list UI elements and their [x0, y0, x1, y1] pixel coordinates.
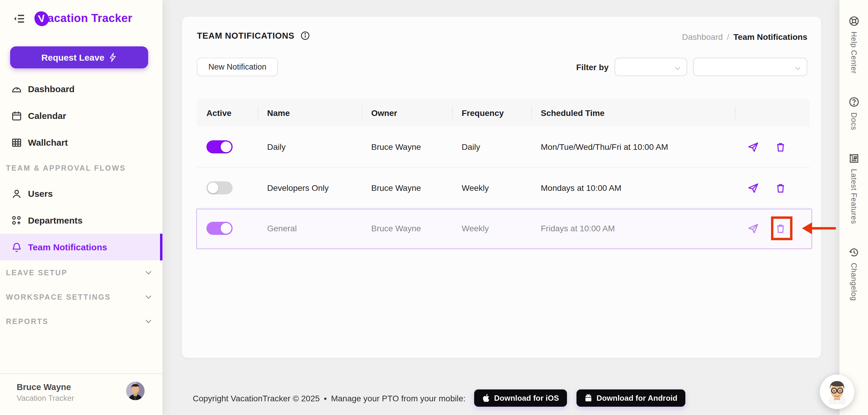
docs-link[interactable]: Docs: [848, 96, 859, 130]
request-leave-label: Request Leave: [41, 52, 104, 62]
sidebar: V acation Tracker Request Leave Dashboar…: [0, 0, 162, 415]
latest-features-link[interactable]: Latest Features: [848, 153, 859, 224]
grid-table-icon: [11, 137, 22, 148]
table-body: Daily Bruce Wayne Daily Mon/Tue/Wed/Thu/…: [197, 127, 810, 248]
section-team-approval-flows: TEAM & APPROVAL FLOWS: [0, 156, 162, 180]
table-row-general: General Bruce Wayne Weekly Fridays at 10…: [197, 208, 810, 248]
send-now-button[interactable]: [747, 222, 759, 234]
col-owner: Owner: [362, 99, 452, 127]
sidebar-top: V acation Tracker: [0, 0, 162, 37]
table-row-developers-only: Developers Only Bruce Wayne Weekly Monda…: [197, 167, 810, 208]
active-toggle[interactable]: [207, 181, 232, 194]
cell-frequency: Daily: [452, 142, 531, 152]
dashboard-gauge-icon: [11, 84, 22, 94]
sidebar-item-wallchart[interactable]: Wallchart: [0, 129, 162, 156]
team-notifications-card: TEAM NOTIFICATIONS Dashboard / Team Noti…: [182, 17, 821, 358]
download-android-button[interactable]: Download for Android: [576, 389, 685, 407]
utility-strip: Help Center Docs Latest Features Changel…: [839, 0, 868, 415]
sidebar-item-calendar[interactable]: Calendar: [0, 102, 162, 129]
chevron-down-icon: [794, 64, 801, 71]
calendar-icon: [11, 110, 22, 121]
page-title: TEAM NOTIFICATIONS: [197, 31, 294, 40]
copyright-text: Copyright VacationTracker © 2025: [193, 393, 320, 403]
apple-icon: [482, 393, 490, 403]
download-ios-button[interactable]: Download for iOS: [474, 389, 567, 407]
info-icon[interactable]: [301, 31, 310, 40]
cell-scheduled: Mondays at 10:00 AM: [531, 183, 735, 192]
filter-row: Filter by: [576, 58, 807, 76]
cell-owner: Bruce Wayne: [362, 223, 452, 233]
new-notification-button[interactable]: New Notification: [197, 58, 278, 76]
send-now-button[interactable]: [747, 182, 759, 194]
question-circle-icon: [848, 96, 859, 107]
col-scheduled-time: Scheduled Time: [531, 99, 735, 127]
request-leave-button[interactable]: Request Leave: [10, 46, 148, 68]
chevron-down-icon: [145, 269, 152, 277]
cell-scheduled: Fridays at 10:00 AM: [531, 223, 735, 233]
vacation-tracker-logo[interactable]: V acation Tracker: [34, 11, 132, 26]
cell-name: General: [258, 223, 362, 233]
notifications-table: Active Name Owner Frequency Scheduled Ti…: [197, 99, 810, 248]
delete-button[interactable]: [775, 182, 786, 194]
cell-owner: Bruce Wayne: [362, 142, 452, 152]
cell-name: Developers Only: [258, 183, 362, 192]
logo-text: acation Tracker: [48, 12, 132, 25]
filter-select-type[interactable]: [615, 58, 687, 76]
delete-button[interactable]: [775, 222, 786, 234]
cell-owner: Bruce Wayne: [362, 183, 452, 192]
bell-icon: [11, 242, 22, 252]
support-chat-avatar[interactable]: [820, 375, 854, 409]
changelog-link[interactable]: Changelog: [848, 247, 859, 301]
sidebar-item-users[interactable]: Users: [0, 180, 162, 207]
sidebar-item-dashboard[interactable]: Dashboard: [0, 75, 162, 102]
collapse-menu-icon[interactable]: [14, 13, 25, 24]
sidebar-user-card[interactable]: Bruce Wayne Vacation Tracker: [0, 373, 162, 415]
cell-frequency: Weekly: [452, 183, 531, 192]
android-icon: [584, 393, 592, 403]
history-refresh-icon: [848, 247, 859, 258]
help-center-link[interactable]: Help Center: [848, 15, 859, 74]
breadcrumb: Dashboard / Team Notifications: [682, 32, 807, 42]
breadcrumb-dashboard[interactable]: Dashboard: [682, 32, 723, 42]
col-active: Active: [197, 99, 258, 127]
col-actions: [735, 99, 810, 127]
support-avatar-face: [820, 375, 854, 409]
footer: Copyright VacationTracker © 2025 • Manag…: [182, 389, 821, 407]
sidebar-nav: Dashboard Calendar Wallchart TEAM & APPR…: [0, 75, 162, 333]
user-avatar: [126, 382, 145, 400]
table-header-row: Active Name Owner Frequency Scheduled Ti…: [197, 99, 810, 127]
newspaper-icon: [848, 153, 859, 164]
user-icon: [11, 188, 22, 199]
section-reports[interactable]: REPORTS: [0, 309, 162, 333]
cell-frequency: Weekly: [452, 223, 531, 233]
cell-scheduled: Mon/Tue/Wed/Thu/Fri at 10:00 AM: [531, 142, 735, 152]
filter-select-value[interactable]: [693, 58, 807, 76]
departments-org-icon: [11, 215, 22, 226]
chevron-down-icon: [145, 293, 152, 301]
section-workspace-settings[interactable]: WORKSPACE SETTINGS: [0, 285, 162, 309]
bullet-separator: •: [324, 393, 327, 403]
lifebuoy-icon: [848, 15, 859, 27]
mobile-prompt-text: Manage your PTO from your mobile:: [331, 393, 466, 403]
app-root: V acation Tracker Request Leave Dashboar…: [0, 0, 868, 415]
sidebar-item-team-notifications[interactable]: Team Notifications: [0, 234, 162, 260]
active-toggle[interactable]: [207, 221, 232, 234]
breadcrumb-separator: /: [727, 32, 730, 42]
send-now-button[interactable]: [747, 141, 759, 153]
table-row-daily: Daily Bruce Wayne Daily Mon/Tue/Wed/Thu/…: [197, 127, 810, 167]
active-toggle[interactable]: [207, 140, 232, 153]
lightning-icon: [109, 52, 117, 62]
delete-button[interactable]: [775, 141, 786, 153]
col-frequency: Frequency: [452, 99, 531, 127]
breadcrumb-current: Team Notifications: [734, 32, 807, 42]
filter-by-label: Filter by: [576, 62, 609, 72]
section-leave-setup[interactable]: LEAVE SETUP: [0, 260, 162, 285]
sidebar-item-departments[interactable]: Departments: [0, 207, 162, 234]
chevron-down-icon: [145, 318, 152, 325]
chevron-down-icon: [674, 64, 681, 71]
cell-name: Daily: [258, 142, 362, 152]
col-name: Name: [258, 99, 362, 127]
